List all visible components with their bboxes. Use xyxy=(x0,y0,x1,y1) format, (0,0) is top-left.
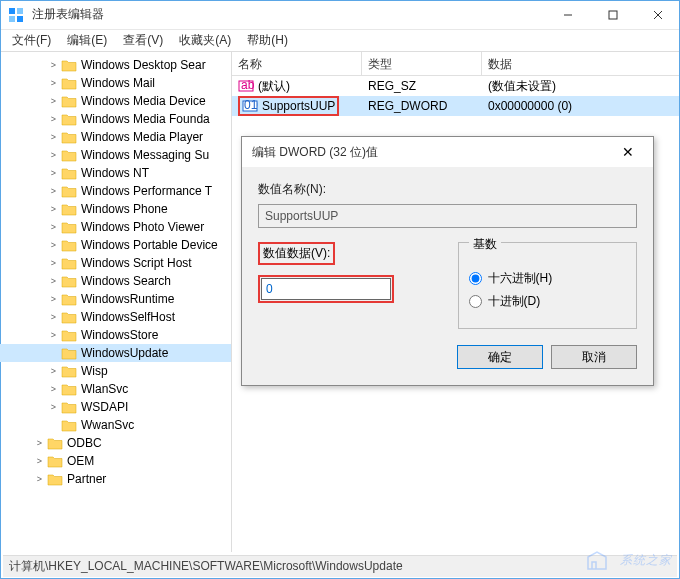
tree-item-label: Windows Media Player xyxy=(81,130,203,144)
expand-icon[interactable]: > xyxy=(48,384,59,395)
cell-type: REG_SZ xyxy=(362,77,482,95)
tree-item[interactable]: >Windows Phone xyxy=(0,200,231,218)
tree-item[interactable]: >Windows Mail xyxy=(0,74,231,92)
expand-icon[interactable] xyxy=(48,420,59,431)
tree-item-label: Windows Phone xyxy=(81,202,168,216)
menu-favorites[interactable]: 收藏夹(A) xyxy=(171,30,239,51)
tree-item[interactable]: >Windows Script Host xyxy=(0,254,231,272)
titlebar: 注册表编辑器 xyxy=(0,0,680,30)
expand-icon[interactable]: > xyxy=(48,60,59,71)
expand-icon[interactable]: > xyxy=(48,168,59,179)
tree-item[interactable]: >Windows Media Player xyxy=(0,128,231,146)
cell-data: 0x00000000 (0) xyxy=(482,97,680,115)
radio-dec[interactable]: 十进制(D) xyxy=(469,293,627,310)
menu-edit[interactable]: 编辑(E) xyxy=(59,30,115,51)
minimize-button[interactable] xyxy=(545,0,590,30)
expand-icon[interactable]: > xyxy=(48,240,59,251)
expand-icon[interactable]: > xyxy=(48,186,59,197)
tree-item[interactable]: >WSDAPI xyxy=(0,398,231,416)
list-header: 名称 类型 数据 xyxy=(232,52,680,76)
tree-item[interactable]: >Windows Media Founda xyxy=(0,110,231,128)
tree-item[interactable]: >WindowsSelfHost xyxy=(0,308,231,326)
tree-item[interactable]: >Windows Messaging Su xyxy=(0,146,231,164)
cell-name: SupportsUUP xyxy=(262,99,335,113)
svg-text:010: 010 xyxy=(244,98,258,112)
col-name[interactable]: 名称 xyxy=(232,52,362,75)
radio-hex-input[interactable] xyxy=(469,272,482,285)
tree-item[interactable]: >Windows Photo Viewer xyxy=(0,218,231,236)
expand-icon[interactable]: > xyxy=(48,96,59,107)
expand-icon[interactable]: > xyxy=(48,114,59,125)
dialog-close-button[interactable]: ✕ xyxy=(613,144,643,160)
tree-item[interactable]: >OEM xyxy=(0,452,231,470)
cell-name: (默认) xyxy=(258,78,290,95)
tree-item[interactable]: >Partner xyxy=(0,470,231,488)
expand-icon[interactable]: > xyxy=(48,258,59,269)
radio-hex[interactable]: 十六进制(H) xyxy=(469,270,627,287)
tree-item[interactable]: WwanSvc xyxy=(0,416,231,434)
ok-button[interactable]: 确定 xyxy=(457,345,543,369)
svg-rect-3 xyxy=(17,16,23,22)
tree-item-label: Windows Performance T xyxy=(81,184,212,198)
dialog-titlebar[interactable]: 编辑 DWORD (32 位)值 ✕ xyxy=(242,137,653,167)
menubar: 文件(F) 编辑(E) 查看(V) 收藏夹(A) 帮助(H) xyxy=(0,30,680,52)
expand-icon[interactable]: > xyxy=(48,312,59,323)
svg-rect-1 xyxy=(17,8,23,14)
app-icon xyxy=(8,7,24,23)
col-data[interactable]: 数据 xyxy=(482,52,680,75)
expand-icon[interactable] xyxy=(48,348,59,359)
tree-item[interactable]: >Windows Portable Device xyxy=(0,236,231,254)
expand-icon[interactable]: > xyxy=(48,402,59,413)
tree-item[interactable]: >ODBC xyxy=(0,434,231,452)
expand-icon[interactable]: > xyxy=(48,132,59,143)
svg-rect-0 xyxy=(9,8,15,14)
tree-item-label: Partner xyxy=(67,472,106,486)
tree-item[interactable]: >Windows Desktop Sear xyxy=(0,56,231,74)
statusbar: 计算机\HKEY_LOCAL_MACHINE\SOFTWARE\Microsof… xyxy=(3,555,677,577)
tree-item[interactable]: >WindowsStore xyxy=(0,326,231,344)
svg-text:ab: ab xyxy=(241,78,254,92)
close-button[interactable] xyxy=(635,0,680,30)
expand-icon[interactable]: > xyxy=(48,204,59,215)
col-type[interactable]: 类型 xyxy=(362,52,482,75)
tree-item[interactable]: >Windows Search xyxy=(0,272,231,290)
maximize-button[interactable] xyxy=(590,0,635,30)
tree-item-label: Windows Photo Viewer xyxy=(81,220,204,234)
expand-icon[interactable]: > xyxy=(48,276,59,287)
tree-item-label: Windows Messaging Su xyxy=(81,148,209,162)
value-name-label: 数值名称(N): xyxy=(258,181,637,198)
svg-rect-2 xyxy=(9,16,15,22)
tree-item[interactable]: WindowsUpdate xyxy=(0,344,231,362)
tree-item-label: Windows Script Host xyxy=(81,256,192,270)
tree-item[interactable]: >Windows Performance T xyxy=(0,182,231,200)
tree-item-label: WindowsSelfHost xyxy=(81,310,175,324)
expand-icon[interactable]: > xyxy=(34,474,45,485)
tree-item-label: Windows Desktop Sear xyxy=(81,58,206,72)
expand-icon[interactable]: > xyxy=(48,294,59,305)
menu-view[interactable]: 查看(V) xyxy=(115,30,171,51)
menu-help[interactable]: 帮助(H) xyxy=(239,30,296,51)
tree-item[interactable]: >Wisp xyxy=(0,362,231,380)
list-row[interactable]: 010SupportsUUPREG_DWORD0x00000000 (0) xyxy=(232,96,680,116)
value-data-field[interactable] xyxy=(261,278,391,300)
tree-item[interactable]: >WindowsRuntime xyxy=(0,290,231,308)
cell-data: (数值未设置) xyxy=(482,76,680,97)
tree-item[interactable]: >Windows NT xyxy=(0,164,231,182)
radio-dec-input[interactable] xyxy=(469,295,482,308)
cancel-button[interactable]: 取消 xyxy=(551,345,637,369)
tree-item[interactable]: >Windows Media Device xyxy=(0,92,231,110)
tree-item-label: WSDAPI xyxy=(81,400,128,414)
menu-file[interactable]: 文件(F) xyxy=(4,30,59,51)
expand-icon[interactable]: > xyxy=(48,366,59,377)
list-row[interactable]: ab(默认)REG_SZ(数值未设置) xyxy=(232,76,680,96)
tree-view[interactable]: >Windows Desktop Sear>Windows Mail>Windo… xyxy=(0,52,232,552)
expand-icon[interactable]: > xyxy=(48,330,59,341)
expand-icon[interactable]: > xyxy=(48,222,59,233)
expand-icon[interactable]: > xyxy=(34,456,45,467)
expand-icon[interactable]: > xyxy=(48,150,59,161)
tree-item-label: WlanSvc xyxy=(81,382,128,396)
dialog-title: 编辑 DWORD (32 位)值 xyxy=(252,144,613,161)
expand-icon[interactable]: > xyxy=(48,78,59,89)
tree-item[interactable]: >WlanSvc xyxy=(0,380,231,398)
expand-icon[interactable]: > xyxy=(34,438,45,449)
